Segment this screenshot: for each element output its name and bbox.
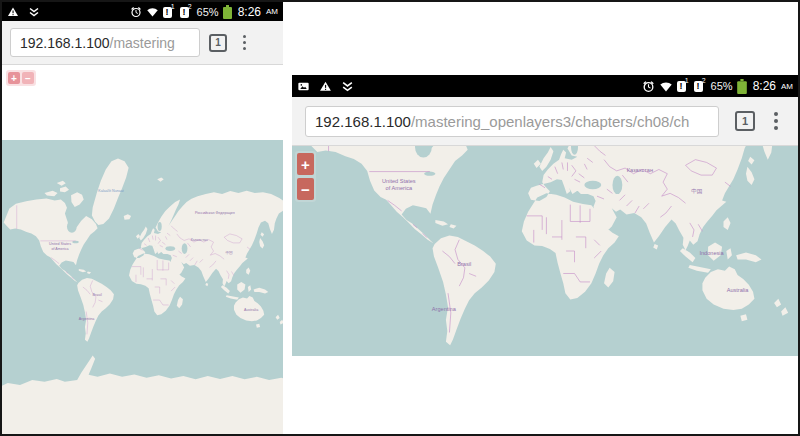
status-bar: !1 !2 65% 8:26 AM [292, 75, 798, 97]
phone-portrait-screenshot: !1 !2 65% 8:26 AM 192.168.1.100/masterin… [2, 2, 283, 434]
clock-time: 8:26 [238, 5, 261, 19]
status-bar: !1 !2 65% 8:26 AM [2, 2, 283, 21]
map-label-russia: Российская Федерация [195, 211, 235, 215]
map-label-argentina: Argentina [79, 317, 96, 321]
wifi-icon [146, 6, 159, 18]
sim2-alert-icon: !2 [694, 79, 705, 93]
map-label-usa-2: of America [51, 247, 69, 251]
tab-switcher-button[interactable]: 1 [209, 34, 227, 52]
map-label-usa: United States [382, 178, 416, 184]
zoom-out-button[interactable]: − [22, 72, 34, 84]
map-label-kazakhstan: Казахстан [191, 238, 208, 242]
map-label-greenland: Kalaallit Nunaat [98, 189, 124, 193]
map-label-brazil: Brasil [93, 293, 102, 297]
battery-icon [737, 79, 747, 94]
battery-percent: 65% [197, 6, 219, 18]
url-path: /mastering_openlayers3/chapters/ch08/ch [411, 113, 690, 130]
warning-icon [319, 80, 332, 93]
battery-icon [223, 5, 232, 19]
clock-time: 8:26 [753, 79, 776, 93]
clock-meridiem: AM [266, 7, 278, 16]
browser-menu-button[interactable] [774, 112, 778, 130]
zoom-in-button[interactable]: + [8, 72, 20, 84]
url-host: 192.168.1.100 [20, 35, 110, 51]
zoom-out-button[interactable]: − [297, 178, 314, 200]
warning-icon [7, 6, 19, 18]
status-left-icons [297, 80, 354, 93]
tab-switcher-button[interactable]: 1 [735, 111, 755, 131]
map-label-australia: Australia [727, 287, 750, 293]
zoom-in-button[interactable]: + [297, 153, 314, 175]
alarm-icon [130, 6, 142, 18]
status-right-icons: !1 !2 65% 8:26 AM [130, 5, 278, 19]
double-chevron-down-icon [341, 80, 354, 93]
browser-menu-button[interactable] [243, 35, 246, 50]
phone-landscape-screenshot: !1 !2 65% 8:26 AM 192.168.1.100/masterin… [292, 75, 798, 356]
wifi-icon [659, 80, 673, 93]
url-bar[interactable]: 192.168.1.100/mastering [10, 28, 200, 57]
world-map[interactable]: United States of America Казахстан 中国 Br… [292, 146, 798, 356]
screenshot-icon [297, 80, 310, 93]
browser-toolbar: 192.168.1.100/mastering_openlayers3/chap… [292, 97, 798, 146]
sim1-alert-icon: !1 [163, 5, 174, 19]
map-label-china: 中国 [225, 250, 233, 255]
url-bar[interactable]: 192.168.1.100/mastering_openlayers3/chap… [305, 106, 719, 137]
map-label-brazil: Brasil [457, 261, 471, 267]
map-viewport[interactable]: United States of America Казахстан 中国 Br… [292, 146, 798, 356]
map-label-indonesia: Indonesia [699, 250, 724, 256]
url-path: /mastering [110, 35, 175, 51]
sim2-alert-icon: !2 [180, 5, 191, 19]
status-right-icons: !1 !2 65% 8:26 AM [642, 79, 793, 94]
ol-zoom-control: + − [295, 151, 316, 202]
map-label-australia: Australia [244, 308, 259, 312]
world-map[interactable]: Kalaallit Nunaat Российская Федерация Ка… [2, 140, 283, 434]
map-label-argentina: Argentina [432, 306, 457, 312]
screenshot-canvas: !1 !2 65% 8:26 AM 192.168.1.100/masterin… [0, 0, 800, 436]
map-viewport[interactable]: Kalaallit Nunaat Российская Федерация Ка… [2, 140, 283, 434]
map-label-usa: United States [49, 242, 71, 246]
status-left-icons [7, 6, 40, 18]
clock-meridiem: AM [781, 82, 793, 91]
browser-toolbar: 192.168.1.100/mastering 1 [2, 21, 283, 65]
battery-percent: 65% [711, 80, 733, 92]
ol-zoom-control: + − [6, 70, 36, 86]
map-label-china: 中国 [691, 188, 702, 194]
double-chevron-down-icon [28, 6, 40, 18]
sim1-alert-icon: !1 [677, 79, 688, 93]
alarm-icon [642, 80, 655, 93]
url-host: 192.168.1.100 [315, 113, 411, 130]
map-label-kazakhstan: Казахстан [627, 167, 653, 173]
map-label-usa-2: of America [386, 185, 413, 191]
